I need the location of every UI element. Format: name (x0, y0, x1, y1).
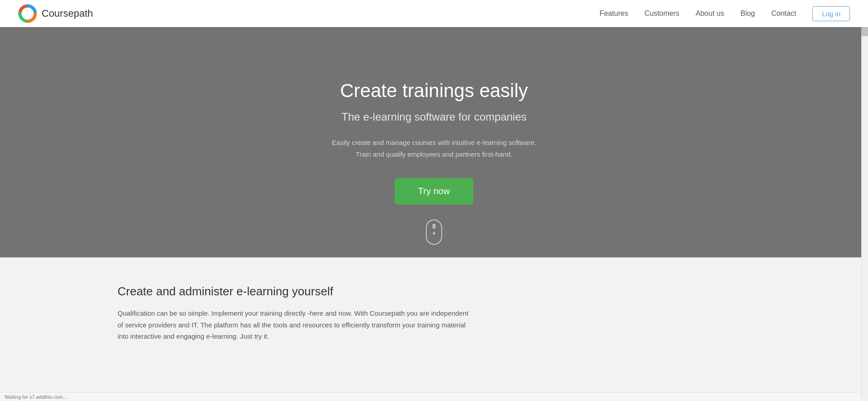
status-bar: Waiting for s7.addthis.com... (0, 392, 868, 401)
nav-features[interactable]: Features (599, 9, 628, 18)
nav-blog[interactable]: Blog (741, 9, 755, 18)
login-button[interactable]: Log in (812, 6, 850, 21)
scrollbar-track[interactable] (861, 0, 868, 401)
scroll-dot (433, 224, 435, 228)
main-nav: Features Customers About us Blog Contact… (599, 6, 850, 21)
hero-section: Create trainings easily The e-learning s… (0, 0, 868, 257)
content-title: Create and administer e-learning yoursel… (118, 284, 850, 298)
scroll-indicator: ▾ (426, 219, 442, 245)
nav-contact[interactable]: Contact (771, 9, 796, 18)
hero-title: Create trainings easily (340, 80, 528, 102)
hero-desc-line2: Train and qualify employees and partners… (356, 150, 512, 158)
header: Coursepath Features Customers About us B… (0, 0, 868, 27)
logo-link[interactable]: Coursepath (18, 4, 93, 23)
hero-subtitle: The e-learning software for companies (341, 111, 527, 123)
content-section: Create and administer e-learning yoursel… (0, 257, 868, 401)
logo-text: Coursepath (42, 8, 93, 19)
hero-description: Easily create and manage courses with in… (332, 137, 536, 160)
scroll-arrow-icon: ▾ (433, 230, 435, 237)
hero-desc-line1: Easily create and manage courses with in… (332, 139, 536, 146)
try-now-button[interactable]: Try now (395, 178, 473, 205)
status-text: Waiting for s7.addthis.com... (5, 394, 67, 400)
content-body: Qualification can be so simple. Implemen… (118, 308, 470, 342)
logo-icon (18, 4, 37, 23)
nav-customers[interactable]: Customers (644, 9, 679, 18)
nav-about-us[interactable]: About us (696, 9, 724, 18)
